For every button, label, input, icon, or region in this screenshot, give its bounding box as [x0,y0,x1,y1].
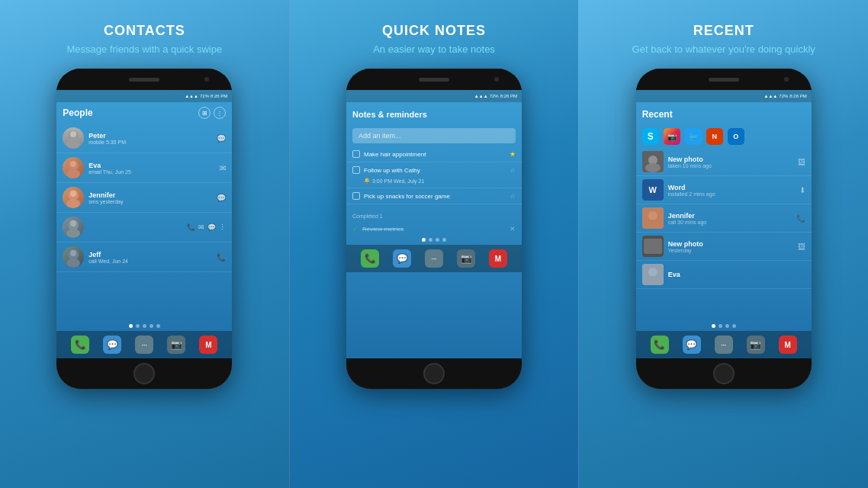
app-office[interactable]: N [706,128,723,145]
checkbox-cathy[interactable] [352,166,360,174]
recent-item-eva[interactable]: Eva [636,261,812,289]
note-text-snacks: Pick up snacks for soccer game [364,193,506,200]
svg-point-19 [648,211,657,220]
recent-item-photo1[interactable]: New photo taken 10 mins ago 🖼 [636,148,812,176]
contacts-screen: ▲▲▲ 72% 8:26 PM People ⊞ ⋮ [56,90,232,358]
app-twitter[interactable]: 🐦 [685,128,702,145]
recent-action-photo2[interactable]: 🖼 [798,242,805,251]
more-icon[interactable]: ⋮ [214,107,226,119]
status-icons: ▲▲▲ 72% 8:26 PM [185,94,227,98]
recent-detail-photo2: Yesterday [668,248,793,253]
dock-phone-recent[interactable]: 📞 [651,336,669,354]
note-sub-cathy: 🔔 3:00 PM Wed, July 21 [352,178,424,184]
dot-3 [143,324,146,328]
app-shortcuts: S 📷 🐦 N O [636,125,812,148]
add-item-input[interactable]: Add an item... [352,128,516,143]
svg-point-25 [645,276,661,285]
recent-item-jennifer[interactable]: Jennifer call 30 mins ago 📞 [636,204,812,233]
add-item-placeholder: Add an item... [358,132,401,140]
star-icon-hair[interactable]: ★ [510,150,516,158]
dock-apps[interactable]: ··· [135,336,153,354]
note-text-hair: Make hair appointment [364,151,506,158]
contact-info-jennifer: Jennifer sms yesterday [88,191,212,204]
dot-5 [156,324,160,328]
app-skype[interactable]: S [642,128,659,145]
note-cathy-row: Follow up with Cathy ☆ [352,166,516,174]
completed-item-metrics[interactable]: ✓ Review metrics ✕ [346,223,522,235]
contact-detail-peter: mobile 5:30 PM [88,140,212,145]
dock-phone-notes[interactable]: 📞 [361,249,379,268]
recent-action-photo1[interactable]: 🖼 [798,158,805,166]
dock-apps-notes[interactable]: ··· [425,249,443,268]
note-item-hair[interactable]: Make hair appointment ★ [346,146,522,162]
page-dots-recent [636,321,812,331]
photo-thumb-1 [642,151,664,172]
dock-camera-notes[interactable]: 📷 [457,249,475,268]
contact-item-jeff[interactable]: Jeff call Wed, Jun 24 📞 [56,242,232,272]
recent-info-jennifer: Jennifer call 30 mins ago [668,212,792,225]
jennifer-thumb [642,207,664,229]
recent-header-label: Recent [642,109,673,120]
contact-action-jeff[interactable]: 📞 [217,253,226,262]
time-notes: 8:26 PM [500,94,517,98]
checkbox-snacks[interactable] [352,192,360,200]
contact-detail-eva: email Thu, Jun 25 [88,169,215,175]
call-icon[interactable]: 📞 [187,223,195,231]
delete-icon-metrics[interactable]: ✕ [510,225,516,233]
msg-icon[interactable]: 💬 [207,223,216,231]
svg-point-7 [70,191,76,197]
home-button-recent[interactable] [713,363,735,384]
contact-detail-jennifer: sms yesterday [88,199,212,204]
app-instagram[interactable]: 📷 [664,128,680,145]
dock-gmail-recent[interactable]: M [779,336,797,354]
dock-apps-recent[interactable]: ··· [715,336,733,354]
star-icon-cathy[interactable]: ☆ [510,166,516,174]
svg-point-17 [645,163,661,172]
phone-camera-notes [494,77,499,82]
mail-icon[interactable]: ✉ [198,223,204,231]
recent-item-word[interactable]: W Word installed 2 mins ago ⬇ [636,176,812,204]
contact-item-jennifer[interactable]: Jennifer sms yesterday 💬 [56,183,232,213]
notes-header-label: Notes & reminders [352,110,427,119]
recent-detail-word: installed 2 mins ago [668,191,795,197]
note-reminder-cathy: 3:00 PM Wed, July 21 [372,178,424,184]
home-button-notes[interactable] [423,363,445,384]
contact-item-eva[interactable]: Eva email Thu, Jun 25 ✉ [56,153,232,183]
dock-gmail[interactable]: M [199,336,217,354]
dock-camera[interactable]: 📷 [167,336,185,354]
contact-action-eva[interactable]: ✉ [220,164,226,172]
contact-item-unknown[interactable]: 📞 ✉ 💬 ⋮ [56,213,232,242]
recent-action-word[interactable]: ⬇ [799,186,805,194]
grid-icon[interactable]: ⊞ [198,107,211,119]
checkbox-hair[interactable] [352,150,360,158]
dock-sms[interactable]: 💬 [103,336,121,354]
svg-point-10 [70,220,76,226]
dot-recent-1 [712,324,715,328]
app-outlook[interactable]: O [728,128,744,145]
dock-gmail-notes[interactable]: M [489,249,507,268]
avatar-unknown [63,217,84,238]
dock-phone[interactable]: 📞 [71,336,89,354]
more-icon2[interactable]: ⋮ [219,223,226,231]
dock-camera-recent[interactable]: 📷 [747,336,765,354]
recent-panel: RECENT Get back to whatever you're doing… [579,0,868,488]
eva-thumb [642,264,664,285]
contacts-header-icons: ⊞ ⋮ [198,107,226,119]
home-button[interactable] [133,363,155,384]
star-icon-snacks[interactable]: ☆ [510,192,516,200]
note-item-cathy[interactable]: Follow up with Cathy ☆ 🔔 3:00 PM Wed, Ju… [346,162,522,188]
notes-screen-header: Notes & reminders [346,102,522,125]
contact-action-peter[interactable]: 💬 [217,134,226,143]
svg-point-4 [70,161,76,167]
contact-action-jennifer[interactable]: 💬 [217,194,226,202]
note-text-cathy: Follow up with Cathy [364,167,506,174]
signal-recent: ▲▲▲ [764,94,777,98]
contact-item-peter[interactable]: Peter mobile 5:30 PM 💬 [56,124,232,153]
dock-sms-notes[interactable]: 💬 [393,249,411,268]
recent-item-photo2[interactable]: New photo Yesterday 🖼 [636,233,812,261]
recent-name-eva: Eva [668,271,805,278]
recent-info-word: Word installed 2 mins ago [668,184,795,197]
recent-action-jennifer[interactable]: 📞 [796,214,805,223]
dock-sms-recent[interactable]: 💬 [683,336,701,354]
note-item-snacks[interactable]: Pick up snacks for soccer game ☆ [346,188,522,204]
